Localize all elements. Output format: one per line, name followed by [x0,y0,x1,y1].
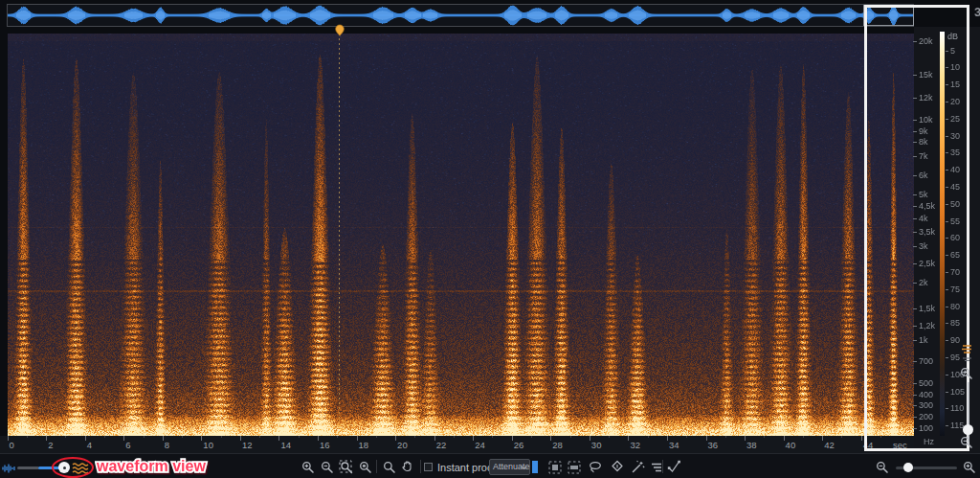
timeline-minor-tick [570,436,571,438]
timeline-tick [278,436,279,441]
timeline-tick-label: 8 [165,440,169,450]
timeline-tick [8,436,9,441]
vertical-zoom-out-icon[interactable] [960,436,973,449]
timeline-tick-label: 0 [10,440,14,450]
timeline-tick [473,436,474,441]
toolbar-separator [420,460,421,473]
timeline-minor-tick [648,436,649,438]
timeline-tick-label: 30 [591,440,602,450]
timeline-minor-tick [182,436,183,438]
timeline-tick-label: 36 [708,440,719,450]
view-blend-slider-track[interactable] [17,467,39,469]
curve-nodes-tool-icon[interactable] [666,459,682,475]
instant-process-checkbox[interactable] [424,463,433,471]
timeline-tick-label: 18 [359,440,369,450]
timeline-minor-tick [531,436,532,438]
timeline-tick-label: 26 [514,440,524,450]
timeline-tick-label: 32 [630,440,640,450]
lasso-tool-icon[interactable] [589,461,603,475]
timeline-minor-tick [259,436,260,438]
timeline-tick [784,436,785,441]
timeline-tick [85,436,86,441]
harmonics-selection-tool-icon[interactable] [650,462,663,473]
timeline-tick [201,436,202,441]
timeline-tick [123,436,124,441]
timeline-minor-tick [492,436,493,438]
timeline-tick [434,436,435,441]
timeline-tick-label: 10 [203,440,213,450]
playhead-line [339,34,340,436]
timeline-minor-tick [764,436,765,438]
timeline-tick [357,436,358,441]
timeline-tick [822,436,823,441]
timeline-minor-tick [841,436,842,438]
timeline-minor-tick [414,436,415,438]
brush-tool-icon[interactable] [611,460,625,474]
timeline-tick-label: 2 [48,440,53,450]
horizontal-zoom-out-icon[interactable] [876,461,889,474]
hand-pan-tool-icon[interactable] [401,460,415,474]
zoom-fit-icon[interactable] [359,461,372,474]
timeline-minor-tick [144,436,145,438]
annotation-red-ellipse [52,457,94,478]
timeline-tick-label: 16 [320,440,330,450]
timeline-minor-tick [686,436,687,438]
frequency-selection-tool-icon[interactable] [568,461,582,474]
timeline-tick-label: 42 [824,440,835,450]
timeline-tick-label: 4 [87,440,92,450]
timeline-tick-label: 14 [280,440,291,450]
audio-overview-strip[interactable] [7,4,914,27]
timeline-minor-tick [454,436,455,438]
timeline-tick-label: 22 [436,440,447,450]
timeline-minor-tick [27,436,28,438]
chevron-down-icon [521,466,527,470]
zoom-selection-icon[interactable] [339,460,354,475]
timeline-tick-label: 6 [125,440,130,450]
time-selection-tool-icon[interactable] [529,460,541,474]
timeline-tick-label: 12 [242,440,253,450]
timeline-tick [861,436,862,441]
toolbar-separator [662,460,663,473]
timeline-tick-label: 34 [669,440,679,450]
timeline-tick [395,436,396,441]
magic-wand-tool-icon[interactable] [631,460,645,474]
timeline-tick [667,436,668,441]
timeline-tick-label: 38 [746,440,757,450]
timeline-minor-tick [725,436,726,438]
toolbar-separator [376,460,377,473]
timeline-tick-label: 40 [786,440,796,450]
timeline-minor-tick [104,436,105,438]
spectrogram-settings-icon[interactable] [961,344,974,355]
timeline-minor-tick [803,436,804,438]
vertical-zoom-handle[interactable] [963,424,973,435]
zoom-out-icon[interactable] [321,461,334,474]
timeline-tick-label: 28 [552,440,563,450]
svg-text:waveform view: waveform view [96,458,206,474]
process-module-dropdown[interactable]: Attenuate [489,459,530,475]
timeline-tick [240,436,241,441]
timeline-minor-tick [221,436,222,438]
horizontal-zoom-in-icon[interactable] [963,461,976,474]
vertical-zoom-in-icon[interactable] [960,367,973,380]
timeline-minor-tick [337,436,338,438]
spectrogram-canvas[interactable] [8,34,914,436]
rx-editor-window: 0246810121416182022242628303234363840424… [0,0,980,478]
timeline-minor-tick [299,436,300,438]
zoom-in-icon[interactable] [301,461,315,474]
timeline-minor-tick [65,436,66,438]
playhead-pin[interactable] [334,24,345,36]
timeline-minor-tick [376,436,377,438]
time-frequency-selection-tool-icon[interactable] [548,461,563,474]
timeline-tick [163,436,164,441]
waveform-view-icon[interactable] [2,463,16,474]
clipped-edge-text: 3 [974,5,980,19]
timeline-tick [590,436,590,441]
mini-fader-icon[interactable] [962,356,973,362]
timeline-ruler[interactable]: 0246810121416182022242628303234363840424… [0,436,914,453]
overview-waveform[interactable] [8,5,913,26]
magnify-tool-icon[interactable] [383,461,396,474]
timeline-tick [512,436,513,441]
horizontal-zoom-handle[interactable] [903,463,913,472]
timeline-tick [628,436,629,441]
timeline-tick [550,436,551,441]
